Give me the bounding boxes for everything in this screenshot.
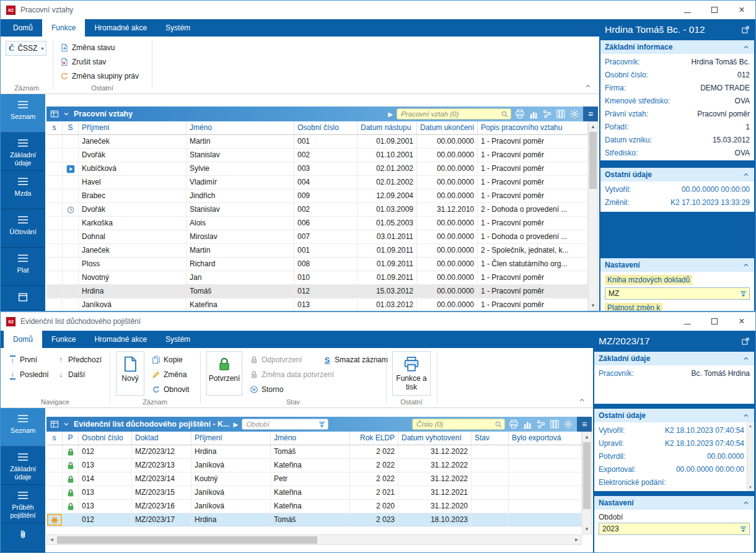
table-row[interactable]: 013MZ/2023/16JaníkováKateřina2 02031.12.… (46, 500, 582, 513)
period-filter-input[interactable] (242, 419, 328, 429)
table-cell[interactable] (46, 285, 63, 298)
section-header[interactable]: Základní údaje (594, 352, 754, 365)
column-header[interactable]: Příjmení (79, 121, 187, 134)
table-cell[interactable]: 02.01.2002 (358, 162, 417, 175)
table-cell[interactable] (46, 230, 63, 243)
smazat-zaznam-button[interactable]: S Smazat záznam (320, 353, 390, 367)
dalsi-button[interactable]: ↓ Další (54, 368, 87, 381)
chevron-up-icon[interactable] (742, 355, 750, 362)
funkce-a-tisk-button[interactable]: Funkce a tisk (392, 351, 431, 396)
scroll-up-icon[interactable]: ▲ (582, 432, 591, 442)
table-cell[interactable] (63, 500, 79, 513)
table-cell[interactable]: Martin (187, 135, 294, 148)
table-cell[interactable]: Sylvie (187, 162, 294, 175)
sidebar-item-more[interactable] (1, 286, 45, 310)
grid-view-icon[interactable] (50, 110, 59, 118)
table-cell[interactable] (63, 258, 79, 271)
horizontal-scrollbar[interactable]: ◄ ► (46, 534, 582, 545)
table-cell[interactable]: Martin (187, 244, 294, 257)
table-cell[interactable]: Richard (187, 258, 294, 271)
table-cell[interactable]: 1 - Pracovní poměr (478, 189, 588, 202)
table-cell[interactable] (63, 513, 79, 526)
search-input[interactable] (413, 419, 504, 429)
table-cell[interactable]: 2 - Dohoda o provedení ... (478, 203, 588, 216)
dropdown-icon[interactable] (739, 525, 747, 533)
table-cell[interactable] (63, 271, 79, 284)
table-cell[interactable] (472, 500, 509, 513)
table-cell[interactable]: 01.10.2001 (358, 149, 417, 162)
section-header[interactable]: Ostatní údaje (594, 409, 754, 422)
table-cell[interactable]: Kateřina (187, 298, 294, 311)
table-cell[interactable]: Janíková (191, 459, 271, 472)
table-cell[interactable]: 01.05.2003 (358, 217, 417, 230)
table-cell[interactable]: Tomáš (271, 513, 350, 526)
table-cell[interactable]: MZ/2023/14 (132, 472, 191, 486)
cssz-button[interactable]: Č ČSSZ ▾ (6, 41, 46, 56)
table-cell[interactable] (63, 176, 79, 189)
table-cell[interactable] (46, 162, 63, 175)
table-cell[interactable] (63, 285, 79, 298)
maximize-button[interactable] (701, 312, 728, 331)
table-cell[interactable] (509, 486, 582, 499)
scroll-up-icon[interactable]: ▲ (589, 122, 597, 131)
chart-icon[interactable] (529, 109, 538, 119)
section-header[interactable]: Ostatní údaje (600, 168, 754, 181)
table-cell[interactable]: 15.03.2012 (358, 285, 417, 298)
column-header[interactable]: Stav (472, 432, 509, 445)
table-cell[interactable]: 009 (294, 189, 358, 202)
table-cell[interactable] (509, 472, 582, 486)
table-cell[interactable]: 2 022 (350, 459, 398, 472)
table-cell[interactable] (46, 445, 63, 458)
column-header[interactable]: Popis pracovního vztahu (478, 121, 588, 134)
table-cell[interactable] (46, 189, 63, 202)
table-cell[interactable]: Janeček (79, 244, 187, 257)
table-cell[interactable]: Brabec (79, 189, 187, 202)
table-cell[interactable]: 00.00.0000 (417, 176, 478, 189)
table-cell[interactable]: 1 - Dohoda o provedení ... (478, 230, 588, 243)
table-cell[interactable]: 31.12.2021 (398, 486, 472, 499)
table-cell[interactable]: Janeček (79, 135, 187, 148)
table-cell[interactable]: 01.03.2012 (358, 298, 417, 311)
table-cell[interactable]: Dvořák (79, 149, 187, 162)
ribbon-collapse-button[interactable] (576, 395, 588, 405)
table-cell[interactable] (46, 203, 63, 216)
table-cell[interactable] (63, 459, 79, 472)
sidebar-item-zakladni-udaje[interactable]: Základní údaje (1, 133, 45, 171)
scrollbar-thumb[interactable] (583, 442, 591, 509)
table-cell[interactable]: MZ/2023/17 (132, 513, 191, 526)
sidebar-item-mzda[interactable]: Mzda (1, 171, 45, 209)
table-cell[interactable] (46, 258, 63, 271)
table-cell[interactable]: Janíková (191, 500, 271, 513)
table-row[interactable]: JanečekMartin00101.09.201100.00.00002 - … (46, 244, 588, 258)
scroll-left-icon[interactable]: ◄ (47, 535, 56, 544)
sidebar-item-plat[interactable]: Plat (1, 248, 45, 286)
tab-hromadne-akce[interactable]: Hromadné akce (85, 331, 156, 348)
section-header[interactable]: Základní informace (600, 40, 754, 54)
table-row[interactable]: HrdinaTomáš01215.03.201200.00.00001 - Pr… (46, 285, 588, 298)
book-input[interactable] (605, 288, 749, 299)
table-cell[interactable]: 03.01.2011 (358, 230, 417, 243)
table-cell[interactable] (472, 472, 509, 486)
table-cell[interactable] (46, 472, 63, 486)
chevron-up-icon[interactable] (742, 499, 750, 507)
table-cell[interactable]: 31.12.2020 (398, 500, 472, 513)
grid-view-icon[interactable] (50, 420, 59, 429)
column-header[interactable]: Příjmení (191, 432, 271, 445)
table-cell[interactable]: Novotný (79, 271, 187, 284)
table-cell[interactable]: Jan (187, 271, 294, 284)
tab-domu[interactable]: Domů (4, 331, 42, 348)
column-header[interactable]: Osobní číslo (294, 121, 358, 134)
table-row[interactable]: 012MZ/2023/17HrdinaTomáš2 02318.10.2023 (46, 513, 582, 527)
scrollbar-thumb[interactable] (589, 132, 597, 189)
zmena-button[interactable]: Změna (149, 368, 189, 381)
table-cell[interactable] (63, 149, 79, 162)
table-row[interactable]: NovotnýJan01001.09.201100.00.00001 - Pra… (46, 271, 588, 285)
table-cell[interactable]: 00.00.0000 (417, 230, 478, 243)
table-cell[interactable]: 014 (79, 472, 132, 486)
table-cell[interactable]: 00.00.0000 (417, 271, 478, 284)
table-cell[interactable]: 00.00.0000 (417, 162, 478, 175)
table-cell[interactable]: 1 - Pracovní poměr (478, 271, 588, 284)
table-cell[interactable]: MZ/2023/15 (132, 486, 191, 499)
table-cell[interactable]: Kateřina (271, 459, 350, 472)
table-row[interactable]: BrabecJindřich00912.09.200400.00.00001 -… (46, 189, 588, 203)
